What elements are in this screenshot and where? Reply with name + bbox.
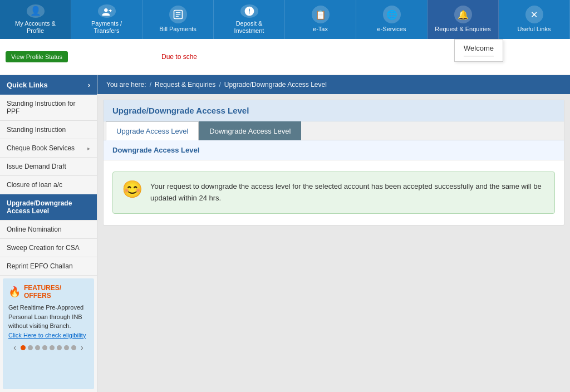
success-message: Your request to downgrade the access lev… bbox=[150, 181, 546, 204]
sidebar-item-cheque-book[interactable]: Cheque Book Services ▸ bbox=[0, 139, 97, 158]
eservices-icon: 🌐 bbox=[383, 6, 401, 23]
sidebar-item-issue-demand[interactable]: Issue Demand Draft bbox=[0, 158, 97, 176]
welcome-text: Welcome bbox=[464, 44, 494, 52]
breadcrumb-sep-1: / bbox=[150, 81, 151, 89]
sub-header: View Profile Status Due to sche Welcome bbox=[0, 39, 570, 75]
features-link[interactable]: Click Here to check eligibility bbox=[8, 332, 86, 339]
sidebar-arrow-icon: › bbox=[88, 81, 90, 89]
breadcrumb-section[interactable]: Request & Enquiries bbox=[155, 81, 215, 89]
tabs-row: Upgrade Access Level Downgrade Access Le… bbox=[104, 121, 564, 140]
tab-upgrade[interactable]: Upgrade Access Level bbox=[106, 121, 199, 140]
useful-links-icon: ✕ bbox=[525, 6, 543, 23]
nav-label-etax: e-Tax bbox=[313, 26, 328, 33]
dot-8[interactable] bbox=[71, 345, 76, 350]
dot-4[interactable] bbox=[42, 345, 47, 350]
sidebar-item-upgrade-downgrade[interactable]: Upgrade/Downgrade Access Level bbox=[0, 194, 97, 220]
sub-section-title: Downgrade Access Level bbox=[104, 140, 564, 160]
payments-icon bbox=[98, 4, 116, 18]
nav-item-deposit[interactable]: Deposit & Investment bbox=[214, 0, 285, 39]
nav-item-request[interactable]: 🔔 Request & Enquiries bbox=[428, 0, 499, 39]
features-flame-icon: 🔥 bbox=[8, 286, 21, 298]
dot-3[interactable] bbox=[35, 345, 40, 350]
breadcrumb-page: Upgrade/Downgrade Access Level bbox=[224, 81, 327, 89]
smiley-icon: 😊 bbox=[122, 181, 142, 198]
sidebar-item-sweep-creation[interactable]: Sweep Creation for CSA bbox=[0, 239, 97, 257]
breadcrumb: You are here: / Request & Enquiries / Up… bbox=[97, 75, 570, 94]
nav-item-my-accounts[interactable]: 👤 My Accounts & Profile bbox=[0, 0, 71, 39]
sidebar-item-reprint-epfo[interactable]: Reprint EPFO Challan bbox=[0, 257, 97, 276]
request-icon: 🔔 bbox=[454, 6, 472, 23]
nav-item-etax[interactable]: 📋 e-Tax bbox=[285, 0, 356, 39]
etax-icon: 📋 bbox=[312, 6, 330, 23]
dot-1[interactable] bbox=[21, 345, 26, 350]
nav-label-request: Request & Enquiries bbox=[435, 26, 490, 33]
nav-item-useful-links[interactable]: ✕ Useful Links bbox=[499, 0, 570, 39]
carousel-prev-icon[interactable]: ‹ bbox=[11, 343, 18, 352]
breadcrumb-sep-2: / bbox=[219, 81, 220, 89]
carousel-dots: ‹ › bbox=[8, 340, 89, 355]
nav-label-eservices: e-Services bbox=[377, 26, 406, 33]
bill-payments-icon bbox=[169, 6, 187, 23]
sidebar-header: Quick Links › bbox=[0, 75, 97, 95]
sidebar-item-online-nomination[interactable]: Online Nomination bbox=[0, 220, 97, 239]
tab-downgrade[interactable]: Downgrade Access Level bbox=[199, 121, 301, 140]
nav-label-bill-payments: Bill Payments bbox=[159, 26, 196, 33]
deposit-icon bbox=[240, 4, 258, 18]
success-box: 😊 Your request to downgrade the access l… bbox=[112, 171, 555, 214]
content-panel: Upgrade/Downgrade Access Level Upgrade A… bbox=[103, 100, 564, 226]
view-profile-button[interactable]: View Profile Status bbox=[6, 51, 68, 62]
nav-label-my-accounts: My Accounts & Profile bbox=[7, 20, 64, 35]
quick-links-title: Quick Links bbox=[7, 81, 48, 89]
sidebar: Quick Links › Standing Instruction for P… bbox=[0, 75, 97, 392]
nav-label-payments: Payments / Transfers bbox=[78, 20, 135, 35]
nav-label-useful-links: Useful Links bbox=[518, 26, 551, 33]
sidebar-item-closure-loan[interactable]: Closure of loan a/c bbox=[0, 176, 97, 194]
my-accounts-icon: 👤 bbox=[27, 4, 45, 18]
dot-6[interactable] bbox=[57, 345, 62, 350]
nav-item-payments[interactable]: Payments / Transfers bbox=[71, 0, 142, 39]
panel-title: Upgrade/Downgrade Access Level bbox=[104, 100, 564, 121]
features-text: Get Realtime Pre-Approved Personal Loan … bbox=[8, 303, 89, 340]
dot-2[interactable] bbox=[28, 345, 33, 350]
welcome-dropdown: Welcome bbox=[454, 39, 503, 62]
profile-section: View Profile Status bbox=[6, 51, 150, 62]
due-text: Due to sche bbox=[150, 53, 197, 61]
breadcrumb-home: You are here: bbox=[106, 81, 146, 89]
cheque-book-arrow-icon: ▸ bbox=[87, 145, 90, 151]
sidebar-item-standing-ppf[interactable]: Standing Instruction for PPF bbox=[0, 95, 97, 121]
top-navigation: 👤 My Accounts & Profile Payments / Trans… bbox=[0, 0, 570, 39]
nav-label-deposit: Deposit & Investment bbox=[220, 20, 278, 35]
content-area: You are here: / Request & Enquiries / Up… bbox=[97, 75, 570, 392]
dot-5[interactable] bbox=[50, 345, 55, 350]
main-layout: Quick Links › Standing Instruction for P… bbox=[0, 75, 570, 392]
sidebar-item-standing-instruction[interactable]: Standing Instruction bbox=[0, 121, 97, 139]
nav-item-eservices[interactable]: 🌐 e-Services bbox=[356, 0, 428, 39]
nav-item-bill-payments[interactable]: Bill Payments bbox=[142, 0, 214, 39]
carousel-next-icon[interactable]: › bbox=[78, 343, 86, 352]
features-title: 🔥 FEATURES/ OFFERS bbox=[8, 284, 89, 300]
features-offers-box: 🔥 FEATURES/ OFFERS Get Realtime Pre-Appr… bbox=[3, 278, 94, 389]
dot-7[interactable] bbox=[64, 345, 69, 350]
